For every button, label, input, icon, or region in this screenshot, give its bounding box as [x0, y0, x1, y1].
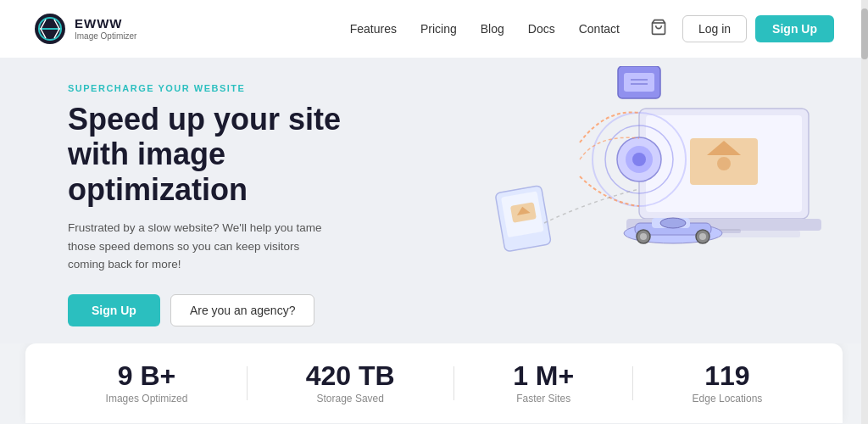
svg-point-8 [717, 157, 731, 170]
svg-point-27 [699, 233, 706, 240]
nav-contact[interactable]: Contact [579, 22, 620, 36]
hero-description: Frustrated by a slow website? We'll help… [68, 219, 339, 274]
hero-signup-button[interactable]: Sign Up [68, 294, 160, 326]
stat-storage: 420 TB Storage Saved [306, 362, 395, 404]
stat-edge-label: Edge Locations [693, 393, 763, 404]
hero-title: Speed up your site with image optimizati… [68, 102, 407, 207]
stat-divider-3 [632, 366, 633, 400]
stat-storage-value: 420 TB [306, 362, 395, 389]
nav-pricing[interactable]: Pricing [420, 22, 457, 36]
nav-links: Features Pricing Blog Docs Contact [350, 22, 620, 36]
nav-blog[interactable]: Blog [481, 22, 504, 36]
stat-divider-2 [453, 366, 454, 400]
cart-icon[interactable] [643, 15, 674, 42]
nav-features[interactable]: Features [350, 22, 397, 36]
hero-buttons: Sign Up Are you an agency? [68, 294, 407, 326]
stat-edge-value: 119 [693, 362, 763, 389]
nav-actions: Log in Sign Up [643, 15, 834, 42]
logo-icon [34, 13, 66, 45]
stat-images-value: 9 B+ [106, 362, 188, 389]
svg-point-28 [660, 218, 686, 228]
stat-sites-label: Faster Sites [513, 393, 574, 404]
scrollbar[interactable] [861, 0, 868, 424]
stats-bar: 9 B+ Images Optimized 420 TB Storage Sav… [25, 343, 843, 423]
hero-illustration [453, 66, 834, 304]
nav-docs[interactable]: Docs [528, 22, 555, 36]
brand-name: EWWW [75, 17, 136, 31]
scrollbar-thumb[interactable] [861, 8, 868, 59]
stat-sites-value: 1 M+ [513, 362, 574, 389]
logo[interactable]: EWWW Image Optimizer [34, 13, 136, 45]
stat-sites: 1 M+ Faster Sites [513, 362, 574, 404]
stat-images: 9 B+ Images Optimized [106, 362, 188, 404]
hero-agency-button[interactable]: Are you an agency? [170, 294, 315, 326]
stat-edge: 119 Edge Locations [693, 362, 763, 404]
stat-storage-label: Storage Saved [306, 393, 395, 404]
svg-rect-18 [624, 73, 654, 92]
navbar: EWWW Image Optimizer Features Pricing Bl… [0, 0, 868, 58]
hero-eyebrow: SUPERCHARGE YOUR WEBSITE [68, 83, 407, 93]
hero-content: SUPERCHARGE YOUR WEBSITE Speed up your s… [68, 83, 407, 326]
nav-signup-button[interactable]: Sign Up [755, 15, 834, 42]
svg-point-16 [632, 153, 646, 166]
stat-images-label: Images Optimized [106, 393, 188, 404]
brand-tagline: Image Optimizer [75, 31, 136, 41]
svg-point-25 [640, 233, 647, 240]
hero-section: SUPERCHARGE YOUR WEBSITE Speed up your s… [0, 58, 868, 343]
login-button[interactable]: Log in [682, 15, 747, 42]
stat-divider-1 [247, 366, 248, 400]
